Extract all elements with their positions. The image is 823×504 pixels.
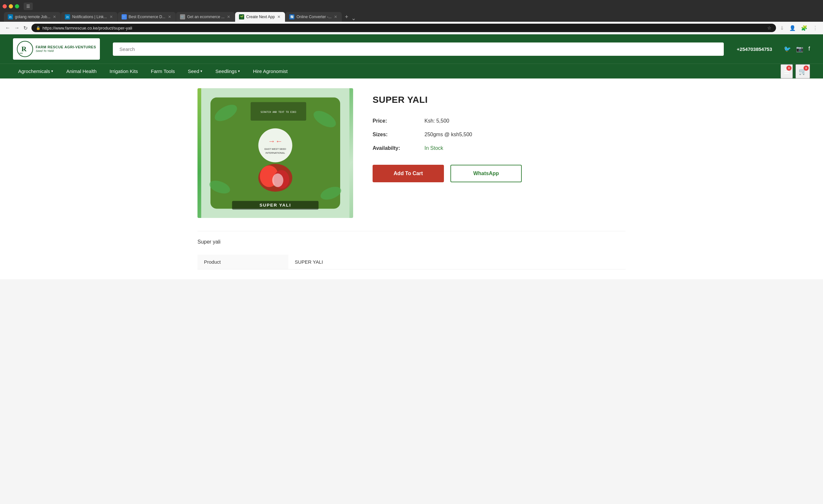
twitter-icon[interactable]: 🐦	[784, 45, 791, 52]
logo-area[interactable]: R FARM RESCUE AGRI-VENTURES Seed To Yiel…	[13, 38, 100, 60]
availability-row: Availabilty: In Stock	[372, 141, 626, 155]
product-section: SCRATCH AND TEXT TO E383 →← EAST WEST SE…	[197, 88, 626, 218]
nav-hire-agronomist[interactable]: Hire Agronomist	[248, 64, 293, 78]
tab-favicon-best-ecommerce: 🛒	[122, 14, 127, 19]
search-input[interactable]	[113, 42, 724, 56]
logo-svg: R	[17, 41, 33, 57]
tab-golang[interactable]: in golang remote Job... ✕	[4, 12, 61, 22]
product-details: SUPER YALI Price: Ksh: 5,500 Sizes: 250g…	[372, 88, 626, 218]
nav-irrigation-kits[interactable]: Irrigation Kits	[105, 64, 143, 78]
sidebar-toggle-button[interactable]: ☰	[24, 3, 33, 10]
cart-button[interactable]: 🛒 0	[795, 64, 810, 78]
traffic-lights	[3, 4, 19, 8]
availability-label: Availabilty:	[372, 141, 425, 155]
downloads-button[interactable]: ⇓	[779, 24, 785, 32]
nav-agrochemicals[interactable]: Agrochemicals ▾	[13, 64, 58, 78]
lock-icon: 🔒	[36, 26, 40, 30]
address-bar[interactable]: 🔒 https://www.farmrescue.co.ke/product/s…	[31, 24, 776, 32]
price-row: Price: Ksh: 5,500	[372, 114, 626, 128]
tab-get-ecommerce[interactable]: 🛒 Get an ecommerce ... ✕	[176, 12, 235, 22]
wishlist-badge: 0	[786, 65, 792, 71]
contact-number: +254703854753	[737, 46, 772, 52]
product-image-area: SCRATCH AND TEXT TO E383 →← EAST WEST SE…	[197, 88, 353, 218]
browser-chrome: ☰ in golang remote Job... ✕ in Notificat…	[0, 0, 823, 22]
svg-point-17	[272, 174, 283, 187]
back-button[interactable]: ←	[4, 24, 12, 31]
logo-brand: FARM RESCUE AGRI-VENTURES	[36, 45, 96, 49]
profile-button[interactable]: 👤	[788, 24, 797, 32]
tab-create-next[interactable]: 🌱 Create Next App ✕	[235, 12, 285, 22]
price-value: Ksh: 5,500	[425, 114, 626, 128]
add-to-cart-button[interactable]: Add To Cart	[372, 165, 444, 182]
product-table-row: Product SUPER YALI	[197, 255, 626, 270]
tabs-bar: in golang remote Job... ✕ in Notificatio…	[3, 12, 820, 22]
logo-tagline: Seed To Yield	[36, 49, 96, 53]
logo-text-area: FARM RESCUE AGRI-VENTURES Seed To Yield	[36, 45, 96, 53]
seedlings-dropdown-arrow: ▾	[238, 69, 240, 73]
browser-actions: ⇓ 👤 🧩 ⋮	[779, 24, 819, 32]
maximize-window-button[interactable]	[15, 4, 19, 8]
browser-toolbar: ☰	[3, 3, 820, 10]
facebook-icon[interactable]: f	[808, 45, 810, 52]
tab-title-get-ecommerce: Get an ecommerce ...	[187, 15, 224, 19]
tab-close-online-converter[interactable]: ✕	[333, 15, 338, 19]
tab-close-get-ecommerce[interactable]: ✕	[226, 15, 231, 19]
nav-seedlings[interactable]: Seedlings ▾	[210, 64, 245, 78]
new-tab-button[interactable]: +	[342, 12, 351, 22]
tab-title-create-next: Create Next App	[246, 15, 275, 19]
minimize-window-button[interactable]	[9, 4, 13, 8]
price-label: Price:	[372, 114, 425, 128]
tab-title-online-converter: Online Converter -...	[296, 15, 331, 19]
main-content: SCRATCH AND TEXT TO E383 →← EAST WEST SE…	[184, 78, 639, 279]
refresh-button[interactable]: ↻	[22, 24, 29, 32]
nav-farm-tools[interactable]: Farm Tools	[146, 64, 180, 78]
site-header: R FARM RESCUE AGRI-VENTURES Seed To Yiel…	[0, 34, 823, 78]
tab-close-golang[interactable]: ✕	[52, 15, 57, 19]
sizes-value: 250gms @ ksh5,500	[425, 128, 626, 141]
address-text: https://www.farmrescue.co.ke/product/sup…	[42, 26, 765, 30]
product-info-table: Price: Ksh: 5,500 Sizes: 250gms @ ksh5,5…	[372, 114, 626, 155]
svg-text:R: R	[21, 45, 27, 53]
sizes-label: Sizes:	[372, 128, 425, 141]
tab-favicon-create-next: 🌱	[239, 14, 244, 19]
whatsapp-button[interactable]: WhatsApp	[451, 165, 522, 182]
seed-dropdown-arrow: ▾	[200, 69, 202, 73]
tab-favicon-notifications: in	[65, 14, 70, 19]
tab-notifications[interactable]: in Notifications | Link... ✕	[61, 12, 117, 22]
product-table: Product SUPER YALI	[197, 255, 626, 270]
social-icons: 🐦 📷 f	[784, 45, 810, 52]
tab-title-best-ecommerce: Best Ecommerce D...	[129, 15, 165, 19]
header-top: R FARM RESCUE AGRI-VENTURES Seed To Yiel…	[0, 34, 823, 63]
sizes-row: Sizes: 250gms @ ksh5,500	[372, 128, 626, 141]
website: R FARM RESCUE AGRI-VENTURES Seed To Yiel…	[0, 34, 823, 279]
product-actions: Add To Cart WhatsApp	[372, 165, 626, 182]
bookmark-button[interactable]: ☆	[767, 25, 772, 30]
wishlist-button[interactable]: ☰ 0	[781, 64, 793, 78]
nav-seed[interactable]: Seed ▾	[183, 64, 207, 78]
tab-title-notifications: Notifications | Link...	[72, 15, 107, 19]
navigation-bar: ← → ↻ 🔒 https://www.farmrescue.co.ke/pro…	[0, 22, 823, 34]
tab-best-ecommerce[interactable]: 🛒 Best Ecommerce D... ✕	[118, 12, 176, 22]
svg-text:EAST WEST SEED: EAST WEST SEED	[265, 148, 286, 151]
instagram-icon[interactable]: 📷	[796, 45, 803, 52]
bottom-section: Super yali Product SUPER YALI	[197, 231, 626, 270]
product-table-value: SUPER YALI	[288, 255, 626, 270]
tab-online-converter[interactable]: 🔄 Online Converter -... ✕	[285, 12, 342, 22]
tab-close-create-next[interactable]: ✕	[277, 15, 281, 19]
tab-favicon-golang: in	[8, 14, 13, 19]
extensions-button[interactable]: 🧩	[800, 24, 809, 32]
tab-title-golang: golang remote Job...	[15, 15, 50, 19]
close-window-button[interactable]	[3, 4, 7, 8]
product-title: SUPER YALI	[372, 95, 626, 105]
forward-button[interactable]: →	[13, 24, 21, 31]
svg-text:SCRATCH AND TEXT TO E383: SCRATCH AND TEXT TO E383	[261, 111, 296, 114]
tab-favicon-online-converter: 🔄	[289, 14, 295, 19]
tab-close-notifications[interactable]: ✕	[109, 15, 114, 19]
svg-text:→←: →←	[268, 137, 283, 145]
svg-text:SUPER YALI: SUPER YALI	[260, 203, 291, 207]
menu-button[interactable]: ⋮	[811, 24, 819, 32]
tab-overflow-button[interactable]: ⌄	[351, 15, 356, 22]
nav-animal-health[interactable]: Animal Health	[61, 64, 102, 78]
tab-close-best-ecommerce[interactable]: ✕	[167, 15, 172, 19]
product-img-placeholder: SCRATCH AND TEXT TO E383 →← EAST WEST SE…	[197, 88, 353, 218]
